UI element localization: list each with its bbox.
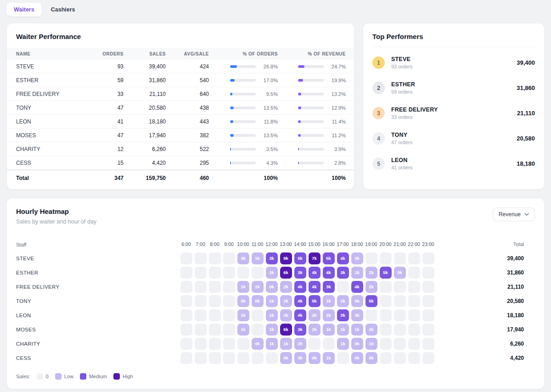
heatmap-cell: 2k	[280, 281, 292, 293]
heatmap-cell	[223, 338, 235, 350]
heatmap-col	[222, 352, 236, 364]
heatmap-cell	[408, 352, 420, 364]
column-header: % OF REVENUE	[278, 51, 346, 56]
heatmap-cell: 1k	[337, 324, 349, 336]
heatmap-col: 1k	[350, 324, 364, 336]
legend-swatch	[113, 373, 120, 380]
heatmap-col	[421, 352, 435, 364]
heatmap-staff-name: MOSES	[16, 327, 179, 332]
heatmap-cell: 1k	[237, 309, 249, 321]
table-row: LEON4118,18044311.8%11.4%	[7, 115, 354, 129]
heatmap-cell	[195, 252, 207, 264]
hour-label: 7:00	[193, 241, 208, 247]
heatmap-staff-name: STEVE	[16, 256, 179, 261]
heatmap-row: FREE DELIVERY1k1k0k2k4k4k3k4k2k21,110	[16, 280, 535, 294]
heatmap-cell: 1k	[237, 324, 249, 336]
heatmap-cell: 5k	[294, 252, 306, 264]
heatmap-col	[179, 267, 193, 279]
rank-badge: 5	[372, 157, 385, 170]
cell-avg: 382	[166, 132, 209, 139]
heatmap-cell	[209, 267, 221, 279]
heatmap-cell	[180, 338, 192, 350]
waiter-name: CESS	[16, 160, 92, 166]
bar-track	[230, 106, 256, 109]
heatmap-col: 0k	[264, 281, 279, 293]
cell-orders: 33	[92, 91, 124, 97]
heatmap-cell: 2k	[365, 281, 377, 293]
total-sales: 159,750	[124, 175, 166, 181]
column-header: NAME	[16, 51, 92, 56]
hour-label: 23:00	[421, 241, 435, 247]
performer-name: STEVE	[391, 56, 510, 62]
heatmap-col	[407, 252, 421, 264]
heatmap-cells: 0k1k1k2k1k0k1k	[179, 338, 435, 350]
heatmap-cell: 0k	[309, 352, 320, 364]
pct-label: 19.9%	[327, 78, 346, 83]
heatmap-cell: 6k	[280, 267, 292, 279]
heatmap-cell: 4k	[294, 281, 306, 293]
heatmap-col	[222, 309, 236, 321]
heatmap-col	[179, 281, 193, 293]
hour-label: 9:00	[222, 241, 236, 247]
heatmap-cell	[223, 324, 235, 336]
heatmap-col	[222, 295, 236, 307]
total-pct_revenue: 100%	[278, 175, 346, 181]
hour-label-text: 18:00	[351, 241, 363, 247]
pct-revenue-cell: 24.7%	[278, 64, 346, 69]
tab-cashiers[interactable]: Cashiers	[44, 3, 83, 17]
heatmap-col	[407, 352, 421, 364]
heatmap-col: 1k	[264, 324, 279, 336]
heatmap-cells: 1k1k6k3k2k1k1k1k2k	[179, 324, 435, 336]
pct-label: 11.4%	[327, 119, 346, 124]
heatmap-cell	[422, 309, 434, 321]
heatmap-cell	[394, 281, 406, 293]
heatmap-cell	[180, 324, 192, 336]
table-row: ESTHER5931,86054017.0%19.9%	[7, 73, 354, 87]
cell-sales: 18,180	[124, 118, 166, 125]
heatmap-cell	[394, 252, 406, 264]
heatmap-col: 6k	[279, 324, 293, 336]
chevron-down-icon	[524, 213, 529, 216]
heatmap-col	[250, 352, 264, 364]
heatmap-cell	[195, 324, 207, 336]
total-avg: 460	[166, 175, 209, 181]
pct-orders-cell: 9.5%	[209, 91, 278, 97]
hour-label: 10:00	[236, 241, 250, 247]
heatmap-col	[421, 252, 435, 264]
performer-orders: 59 orders	[391, 89, 510, 95]
cell-sales: 31,860	[124, 77, 166, 84]
cell-avg: 438	[166, 105, 209, 111]
heatmap-cell	[408, 338, 420, 350]
tab-waiters[interactable]: Waiters	[6, 3, 42, 17]
heatmap-col: 1k	[264, 295, 279, 307]
heatmap-col	[179, 324, 193, 336]
heatmap-col: 1k	[321, 352, 336, 364]
waiter-name: STEVE	[16, 63, 92, 70]
bar-fill	[230, 65, 237, 68]
heatmap-col: 0k	[393, 267, 407, 279]
heatmap-cell	[180, 295, 192, 307]
pct-orders-cell: 26.8%	[209, 64, 278, 69]
heatmap-col: 1k	[279, 338, 293, 350]
heatmap-col	[364, 252, 378, 264]
hour-label: 11:00	[250, 241, 264, 247]
hour-label-text: 22:00	[408, 241, 420, 247]
metric-dropdown[interactable]: Revenue	[493, 207, 535, 221]
heatmap-cell	[180, 281, 192, 293]
heatmap-col	[378, 338, 393, 350]
heatmap-cell	[337, 281, 349, 293]
heatmap-cell: 4k	[309, 267, 320, 279]
bar-fill	[230, 79, 235, 82]
bar-track	[298, 162, 324, 164]
heatmap-col: 2k	[279, 281, 293, 293]
hour-label-text: 17:00	[337, 241, 349, 247]
pct-label: 11.8%	[259, 119, 278, 124]
heatmap-col	[208, 309, 222, 321]
table-row: CHARITY126,2605223.5%3.9%	[7, 142, 354, 156]
heatmap-cell: 3k	[351, 309, 363, 321]
heatmap-cell	[180, 309, 192, 321]
performer-orders: 33 orders	[391, 114, 511, 120]
heatmap-col	[264, 352, 279, 364]
bar-track	[230, 134, 256, 137]
heatmap-grid: Staff6:007:008:009:0010:0011:0012:0013:0…	[16, 237, 535, 365]
